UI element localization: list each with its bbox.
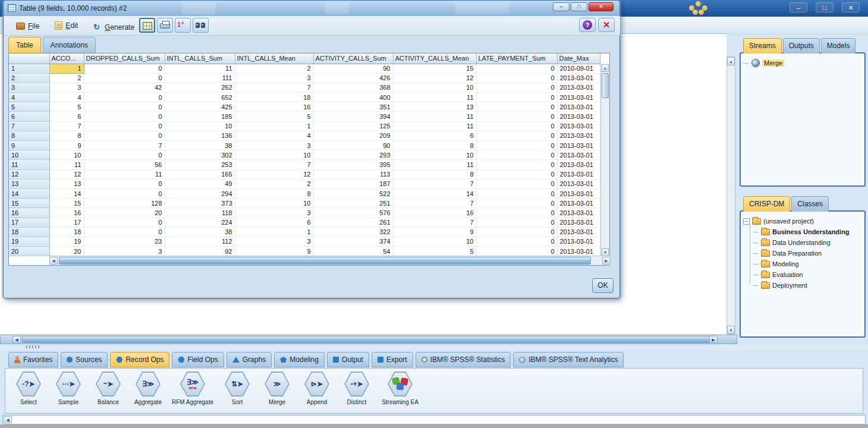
cell[interactable]: 322 <box>313 227 393 237</box>
cell[interactable]: 56 <box>84 160 165 169</box>
cell[interactable]: 2013-03-01 <box>557 112 600 121</box>
cell[interactable]: 224 <box>165 218 235 227</box>
palette-node-balance[interactable]: ~➤Balance <box>91 372 125 405</box>
cell[interactable]: 426 <box>313 73 393 83</box>
cell[interactable]: 165 <box>165 169 235 179</box>
cell[interactable]: 261 <box>313 218 393 227</box>
palette-node-merge[interactable]: ≫Merge <box>260 372 294 405</box>
cell[interactable]: 2013-03-01 <box>557 141 600 150</box>
cell[interactable]: 10 <box>393 83 476 92</box>
table-vertical-scrollbar[interactable]: ▲ ▼ <box>600 64 609 256</box>
cell[interactable]: 11 <box>84 169 165 179</box>
row-header-cell[interactable]: 8 <box>9 131 49 140</box>
cell[interactable]: 576 <box>313 208 393 218</box>
cell[interactable]: 6 <box>393 131 476 140</box>
tab-table[interactable]: Table <box>8 37 41 53</box>
project-folder-modeling[interactable]: Modeling <box>743 259 862 269</box>
cell[interactable]: 2 <box>49 73 84 83</box>
cell[interactable]: 11 <box>393 112 476 121</box>
cell[interactable]: 10 <box>49 150 84 160</box>
cell[interactable]: 0 <box>476 112 557 121</box>
cell[interactable]: 125 <box>313 121 393 131</box>
cell[interactable]: 7 <box>393 199 476 208</box>
palette-scrollbar[interactable]: ◀ <box>2 415 866 424</box>
cell[interactable]: 351 <box>313 102 393 112</box>
cell[interactable]: 1 <box>235 227 313 237</box>
cell[interactable]: 9 <box>393 227 476 237</box>
find-binoculars-button[interactable] <box>193 18 209 33</box>
cell[interactable]: 0 <box>476 199 557 208</box>
cell[interactable]: 2013-03-01 <box>557 73 600 83</box>
cell[interactable]: 185 <box>165 112 235 121</box>
cell[interactable]: 15 <box>49 199 84 208</box>
cell[interactable]: 302 <box>165 150 235 160</box>
cell[interactable]: 49 <box>165 179 235 188</box>
cell[interactable]: 18 <box>49 227 84 237</box>
cell[interactable]: 253 <box>165 160 235 169</box>
cell[interactable]: 2013-03-01 <box>557 227 600 237</box>
managers-tab-streams[interactable]: Streams <box>743 38 782 54</box>
cell[interactable]: 1 <box>235 121 313 131</box>
palette-tab-favorites[interactable]: Favorites <box>8 352 58 367</box>
cell[interactable]: 0 <box>476 179 557 188</box>
column-header-dropped-calls-sum[interactable]: DROPPED_CALLS_Sum <box>84 54 165 64</box>
cell[interactable]: 10 <box>393 150 476 160</box>
cell[interactable]: 8 <box>49 131 84 140</box>
cell[interactable]: 0 <box>84 93 165 102</box>
column-header-activity-calls-sum[interactable]: ACTIVITY_CALLS_Sum <box>313 54 393 64</box>
cell[interactable]: 15 <box>393 64 476 73</box>
cell[interactable]: 187 <box>313 179 393 188</box>
cell[interactable]: 2013-03-01 <box>557 169 600 179</box>
cell[interactable]: 0 <box>476 208 557 218</box>
cell[interactable]: 11 <box>49 160 84 169</box>
cell[interactable]: 2013-03-01 <box>557 208 600 218</box>
row-header-cell[interactable]: 16 <box>9 208 49 218</box>
menu-generate[interactable]: ↻Generate <box>90 20 138 34</box>
cell[interactable]: 0 <box>476 64 557 73</box>
palette-tab-output[interactable]: Output <box>327 352 369 367</box>
cell[interactable]: 0 <box>84 188 165 198</box>
cell[interactable]: 6 <box>235 218 313 227</box>
project-folder-evaluation[interactable]: Evaluation <box>743 269 862 280</box>
cell[interactable]: 92 <box>165 247 235 256</box>
cell[interactable]: 3 <box>235 141 313 150</box>
column-header-late-payment-sum[interactable]: LATE_PAYMENT_Sum <box>476 54 557 64</box>
project-root[interactable]: −(unsaved project) <box>743 216 862 226</box>
table-vscroll-thumb[interactable] <box>602 73 609 98</box>
cell[interactable]: 90 <box>313 141 393 150</box>
palette-node-streaming-ea[interactable]: Streaming EA <box>379 372 421 405</box>
cell[interactable]: 13 <box>49 179 84 188</box>
row-header-cell[interactable]: 10 <box>9 150 49 160</box>
cell[interactable]: 112 <box>165 237 235 246</box>
cell[interactable]: 13 <box>393 102 476 112</box>
cell[interactable]: 12 <box>393 73 476 83</box>
palette-node-rfm-aggregate[interactable]: ∃≫RFMRFM Aggregate <box>171 372 215 405</box>
cell[interactable]: 0 <box>84 102 165 112</box>
cell[interactable]: 0 <box>84 218 165 227</box>
cell[interactable]: 23 <box>84 237 165 246</box>
cell[interactable]: 395 <box>313 160 393 169</box>
main-close-button[interactable]: ✕ <box>842 2 860 12</box>
print-button[interactable] <box>157 18 173 33</box>
cell[interactable]: 12 <box>49 169 84 179</box>
project-folder-business-understanding[interactable]: Business Understanding <box>743 226 862 237</box>
cell[interactable]: 10 <box>235 150 313 160</box>
cell[interactable]: 7 <box>393 179 476 188</box>
cell[interactable]: 11 <box>165 64 235 73</box>
managers-tab-outputs[interactable]: Outputs <box>783 38 820 54</box>
canvas-horizontal-scrollbar[interactable]: ◀ ▶ <box>0 335 737 344</box>
table-scroll-up-icon[interactable]: ▲ <box>602 64 609 72</box>
column-header-activity-calls-mean[interactable]: ACTIVITY_CALLS_Mean <box>393 54 476 64</box>
row-header-cell[interactable]: 12 <box>9 169 49 179</box>
cell[interactable]: 2013-03-01 <box>557 102 600 112</box>
row-header-cell[interactable]: 5 <box>9 102 49 112</box>
scroll-left-icon[interactable]: ◀ <box>12 336 21 343</box>
cell[interactable]: 10 <box>235 199 313 208</box>
cell[interactable]: 2013-03-01 <box>557 218 600 227</box>
palette-node-aggregate[interactable]: ∃≫Aggregate <box>131 372 165 405</box>
palette-node-distinct[interactable]: -+➤Distinct <box>339 372 374 405</box>
field-labels-button[interactable]: 1 <box>175 18 191 33</box>
cell[interactable]: 118 <box>165 208 235 218</box>
dialog-close-button[interactable]: ✕ <box>589 2 614 11</box>
cell[interactable]: 262 <box>165 83 235 92</box>
